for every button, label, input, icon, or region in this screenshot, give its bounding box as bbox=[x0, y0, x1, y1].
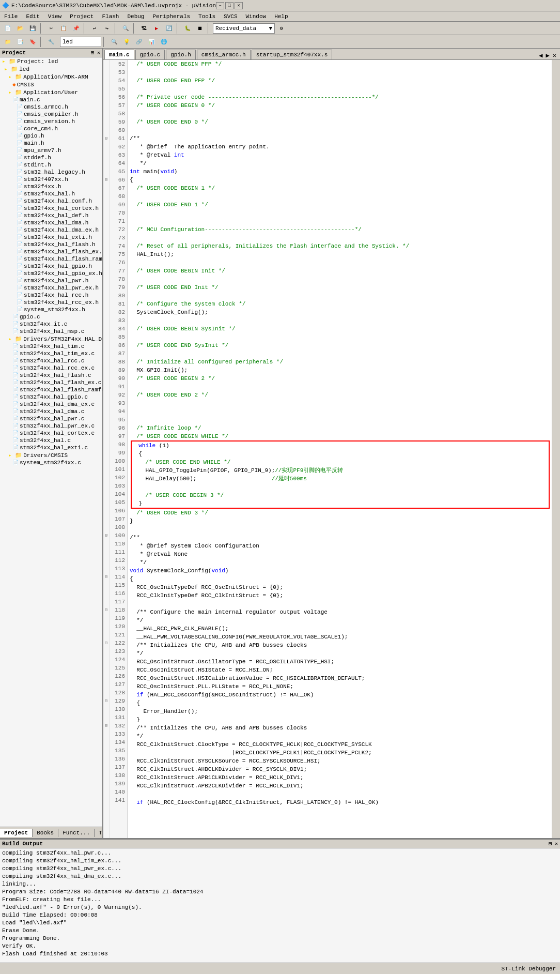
tree-item-55[interactable]: 📄 system_stm32f4xx.c bbox=[0, 459, 102, 466]
tree-item-46[interactable]: 📄 stm32f4xx_hal_gpio.c bbox=[0, 393, 102, 401]
tab-close-icon[interactable]: ✕ bbox=[551, 52, 558, 59]
tree-item-20[interactable]: 📄 stm32f4xx_hal_cortex.h bbox=[0, 205, 102, 212]
tree-item-48[interactable]: 📄 stm32f4xx_hal_dma.c bbox=[0, 408, 102, 415]
tree-item-38[interactable]: ▸ 📁 Drivers/STM32F4xx_HAL_Driver bbox=[0, 335, 102, 343]
editor-tab-2[interactable]: gpio.h bbox=[166, 50, 196, 59]
tree-item-0[interactable]: ▸ 📁 Project: led bbox=[0, 57, 102, 65]
tree-item-27[interactable]: 📄 stm32f4xx_hal_flash_ram... bbox=[0, 255, 102, 263]
tree-item-3[interactable]: ◆ CMSIS bbox=[0, 81, 102, 88]
tree-item-49[interactable]: 📄 stm32f4xx_hal_pwr.c bbox=[0, 415, 102, 422]
tree-item-7[interactable]: 📄 cmsis_compiler.h bbox=[0, 111, 102, 118]
build-button[interactable]: ▶ bbox=[151, 23, 162, 34]
panel-tab-3[interactable]: Te bbox=[95, 829, 103, 837]
menu-item-file[interactable]: File bbox=[2, 13, 20, 20]
copy-button[interactable]: 📋 bbox=[58, 23, 69, 34]
menu-item-window[interactable]: Window bbox=[244, 13, 269, 20]
tree-item-37[interactable]: 📄 stm32f4xx_hal_msp.c bbox=[0, 328, 102, 335]
tree-item-39[interactable]: 📄 stm32f4xx_hal_tim.c bbox=[0, 343, 102, 350]
menu-item-peripherals[interactable]: Peripherals bbox=[150, 13, 192, 20]
cut-button[interactable]: ✂ bbox=[45, 23, 57, 34]
tree-item-33[interactable]: 📄 stm32f4xx_hal_rcc_ex.h bbox=[0, 299, 102, 306]
tree-item-24[interactable]: 📄 stm32f4xx_hal_exti.h bbox=[0, 234, 102, 241]
tree-item-10[interactable]: 📄 gpio.h bbox=[0, 132, 102, 140]
find-button[interactable]: 🔍 bbox=[120, 23, 131, 34]
menu-item-project[interactable]: Project bbox=[68, 13, 96, 20]
tree-item-31[interactable]: 📄 stm32f4xx_hal_pwr_ex.h bbox=[0, 284, 102, 292]
toolbar2-btn4[interactable]: 🔧 bbox=[45, 36, 57, 48]
project-dropdown[interactable]: led bbox=[60, 37, 101, 47]
close-button[interactable]: ✕ bbox=[235, 2, 243, 9]
menu-item-edit[interactable]: Edit bbox=[24, 13, 41, 20]
tree-item-9[interactable]: 📄 core_cm4.h bbox=[0, 125, 102, 132]
tree-item-47[interactable]: 📄 stm32f4xx_hal_dma_ex.c bbox=[0, 401, 102, 408]
tree-item-32[interactable]: 📄 stm32f4xx_hal_rcc.h bbox=[0, 292, 102, 299]
toolbar2-btn8[interactable]: 📊 bbox=[146, 36, 157, 48]
tab-nav-left[interactable]: ◀ bbox=[537, 52, 544, 59]
toolbar2-btn9[interactable]: 🌐 bbox=[158, 36, 169, 48]
minimize-button[interactable]: – bbox=[216, 2, 224, 9]
stop-button[interactable]: ⏹ bbox=[194, 23, 206, 34]
tree-item-15[interactable]: 📄 stm32_hal_legacy.h bbox=[0, 169, 102, 176]
fold-marker-129[interactable]: ⊟ bbox=[103, 697, 109, 705]
menu-item-debug[interactable]: Debug bbox=[125, 13, 146, 20]
tree-item-54[interactable]: ▸ 📁 Drivers/CMSIS bbox=[0, 451, 102, 459]
code-content[interactable]: /* USER CODE BEGIN PFP */ /* USER CODE E… bbox=[128, 60, 552, 838]
tree-item-21[interactable]: 📄 stm32f4xx_hal_def.h bbox=[0, 212, 102, 219]
tree-item-41[interactable]: 📄 stm32f4xx_hal_rcc.c bbox=[0, 357, 102, 364]
rebuild-button[interactable]: 🔄 bbox=[163, 23, 175, 34]
vertical-scrollbar[interactable] bbox=[552, 60, 560, 838]
tree-item-6[interactable]: 📄 cmsis_armcc.h bbox=[0, 103, 102, 111]
toolbar2-btn7[interactable]: 🔗 bbox=[133, 36, 145, 48]
tree-item-36[interactable]: 📄 stm32f4xx_it.c bbox=[0, 321, 102, 328]
toolbar2-btn1[interactable]: 📁 bbox=[2, 36, 13, 48]
toolbar2-btn5[interactable]: 🔍 bbox=[108, 36, 120, 48]
panel-tab-0[interactable]: Project bbox=[0, 829, 33, 837]
fold-marker-66[interactable]: ⊟ bbox=[103, 176, 109, 184]
tree-item-35[interactable]: 📄 gpio.c bbox=[0, 313, 102, 321]
fold-marker-61[interactable]: ⊟ bbox=[103, 134, 109, 143]
open-button[interactable]: 📂 bbox=[14, 23, 26, 34]
fold-marker-114[interactable]: ⊟ bbox=[103, 573, 109, 581]
tree-item-53[interactable]: 📄 stm32f4xx_hal_exti.c bbox=[0, 444, 102, 451]
tree-item-25[interactable]: 📄 stm32f4xx_hal_flash.h bbox=[0, 241, 102, 248]
toolbar2-btn2[interactable]: 📑 bbox=[14, 36, 26, 48]
tree-item-1[interactable]: ▸ 📁 led bbox=[0, 65, 102, 73]
paste-button[interactable]: 📌 bbox=[70, 23, 82, 34]
tree-item-14[interactable]: 📄 stdint.h bbox=[0, 161, 102, 169]
tree-item-30[interactable]: 📄 stm32f4xx_hal_pwr.h bbox=[0, 277, 102, 284]
tree-item-12[interactable]: 📄 mpu_armv7.h bbox=[0, 147, 102, 154]
tree-item-50[interactable]: 📄 stm32f4xx_hal_pwr_ex.c bbox=[0, 422, 102, 430]
menu-item-flash[interactable]: Flash bbox=[100, 13, 121, 20]
tree-item-26[interactable]: 📄 stm32f4xx_hal_flash_ex.h bbox=[0, 248, 102, 255]
editor-tab-1[interactable]: gpio.c bbox=[135, 50, 165, 59]
editor-tab-3[interactable]: cmsis_armcc.h bbox=[197, 50, 251, 59]
undo-button[interactable]: ↩ bbox=[89, 23, 100, 34]
toolbar2-btn3[interactable]: 🔖 bbox=[27, 36, 38, 48]
toolbar2-btn6[interactable]: 💡 bbox=[121, 36, 132, 48]
fold-marker-132[interactable]: ⊟ bbox=[103, 722, 109, 730]
new-file-button[interactable]: 📄 bbox=[2, 23, 13, 34]
fold-marker-118[interactable]: ⊟ bbox=[103, 606, 109, 614]
build-target-button[interactable]: 🏗 bbox=[138, 23, 150, 34]
tree-item-51[interactable]: 📄 stm32f4xx_hal_cortex.c bbox=[0, 430, 102, 437]
tree-item-29[interactable]: 📄 stm32f4xx_hal_gpio_ex.h bbox=[0, 270, 102, 277]
tree-item-28[interactable]: 📄 stm32f4xx_hal_gpio.h bbox=[0, 263, 102, 270]
menu-item-help[interactable]: Help bbox=[272, 13, 290, 20]
maximize-button[interactable]: □ bbox=[225, 2, 234, 9]
panel-tab-2[interactable]: Funct... bbox=[58, 829, 95, 837]
tab-nav-right[interactable]: ▶ bbox=[545, 52, 551, 59]
tree-item-52[interactable]: 📄 stm32f4xx_hal.c bbox=[0, 437, 102, 444]
target-dropdown[interactable]: Recived_data ▼ bbox=[213, 23, 275, 34]
tree-item-42[interactable]: 📄 stm32f4xx_hal_rcc_ex.c bbox=[0, 364, 102, 372]
options-button[interactable]: ⚙ bbox=[276, 23, 287, 34]
tree-item-43[interactable]: 📄 stm32f4xx_hal_flash.c bbox=[0, 372, 102, 379]
tree-item-18[interactable]: 📄 stm32f4xx_hal.h bbox=[0, 190, 102, 197]
tree-item-45[interactable]: 📄 stm32f4xx_hal_flash_ramfun... bbox=[0, 386, 102, 393]
tree-item-44[interactable]: 📄 stm32f4xx_hal_flash_ex.c bbox=[0, 379, 102, 386]
menu-item-view[interactable]: View bbox=[46, 13, 64, 20]
tree-item-40[interactable]: 📄 stm32f4xx_hal_tim_ex.c bbox=[0, 350, 102, 357]
editor-tab-0[interactable]: main.c bbox=[104, 50, 134, 59]
save-button[interactable]: 💾 bbox=[27, 23, 38, 34]
fold-marker-122[interactable]: ⊟ bbox=[103, 639, 109, 647]
panel-tab-1[interactable]: Books bbox=[33, 829, 58, 837]
